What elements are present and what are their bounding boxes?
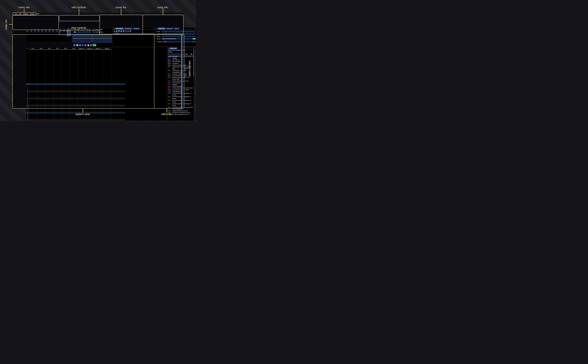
- annotation-volume-meter: volume meter: [188, 60, 191, 77]
- order-cell[interactable]: 00: [51, 30, 55, 32]
- pattern-cell[interactable]: ··· ·· ·· ····: [103, 118, 112, 119]
- pattern-cell[interactable]: ··· ·· ·· ····: [103, 109, 112, 110]
- pattern-cell[interactable]: ··· ·· ·· ····: [45, 119, 53, 120]
- pattern-row[interactable]: 18··· ·· ·· ······· ·· ·· ······· ·· ·· …: [26, 116, 125, 117]
- pattern-cell[interactable]: ··· ·· ·· ····: [45, 118, 53, 119]
- order-cell[interactable]: 00: [40, 30, 44, 32]
- pattern-cell[interactable]: ··· ·· ·· ····: [29, 112, 37, 113]
- pattern-cell[interactable]: ··· ·· ·· ····: [78, 116, 86, 117]
- pattern-cell[interactable]: ··· ·· ·· ····: [70, 109, 78, 110]
- pattern-cell[interactable]: ··· ·· ·· ····: [62, 112, 70, 113]
- order-cell[interactable]: 00: [44, 30, 48, 32]
- order-cell[interactable]: 00: [33, 30, 37, 32]
- pattern-cell[interactable]: ··· ·· ·· ····: [94, 110, 102, 111]
- pattern-cell[interactable]: ··· ·· ·· ····: [37, 112, 45, 113]
- pattern-row[interactable]: 14··· ·· ·· ······· ·· ·· ······· ·· ·· …: [26, 108, 125, 110]
- pattern-cell[interactable]: ··· ·· ·· ····: [37, 114, 45, 115]
- effect-row[interactable]: 17xxToggle PCM mode (LEGACY): [168, 110, 193, 112]
- pattern-cell[interactable]: ··· ·· ·· ····: [78, 118, 86, 119]
- follow-orders-checkbox[interactable]: ✔: [93, 29, 94, 30]
- pattern-cell[interactable]: ··· ·· ·· ····: [86, 118, 94, 119]
- pattern-cell[interactable]: ··· ·· ·· ····: [62, 114, 70, 115]
- annotation-connector: [163, 9, 163, 15]
- annotation-effect-list: effect list: [161, 113, 172, 116]
- pattern-cell[interactable]: ··· ·· ·· ····: [29, 109, 37, 110]
- pattern-cell[interactable]: ··· ·· ·· ····: [29, 119, 37, 120]
- pattern-cell[interactable]: ··· ·· ·· ····: [37, 118, 45, 119]
- pattern-cell[interactable]: ··· ·· ·· ····: [45, 109, 53, 110]
- pattern-row[interactable]: 20··· ·· ·· ······· ·· ·· ······· ·· ·· …: [26, 119, 125, 121]
- order-remove-button[interactable]: −: [69, 28, 71, 30]
- order-add-button[interactable]: +: [67, 28, 69, 30]
- pattern-cell[interactable]: ··· ·· ·· ····: [45, 110, 53, 111]
- order-cell[interactable]: 00: [37, 30, 40, 32]
- pattern-cell[interactable]: ··· ·· ·· ····: [94, 112, 102, 113]
- hamburger-menu-icon[interactable]: ≡: [190, 53, 192, 55]
- pattern-cell[interactable]: ··· ·· ·· ····: [62, 118, 70, 119]
- pattern-row-number: 16: [26, 112, 29, 113]
- pattern-cell[interactable]: ··· ·· ·· ····: [37, 116, 45, 117]
- pattern-cell[interactable]: ··· ·· ·· ····: [62, 110, 70, 111]
- close-icon[interactable]: ×: [195, 28, 196, 29]
- pattern-cell[interactable]: ··· ·· ·· ····: [29, 118, 37, 119]
- tuning-decrease-button[interactable]: -: [192, 41, 194, 42]
- annotation-box-pattern-view: [12, 34, 154, 109]
- pattern-cell[interactable]: ··· ·· ·· ····: [86, 116, 94, 117]
- pattern-cell[interactable]: ··· ·· ·· ····: [53, 109, 62, 110]
- pattern-cell[interactable]: ··· ·· ·· ····: [70, 118, 78, 119]
- pattern-cell[interactable]: ··· ·· ·· ····: [94, 116, 102, 117]
- pattern-cell[interactable]: ··· ·· ·· ····: [45, 112, 53, 113]
- octave-decrease-button[interactable]: -: [87, 29, 88, 30]
- pattern-cell[interactable]: ··· ·· ·· ····: [78, 119, 86, 120]
- octave-increase-button[interactable]: +: [89, 29, 91, 30]
- pattern-row[interactable]: 15··· ·· ·· ······· ·· ·· ······· ·· ·· …: [26, 110, 125, 112]
- pattern-cell[interactable]: ··· ·· ·· ····: [29, 116, 37, 117]
- pattern-cell[interactable]: ··· ·· ·· ····: [62, 119, 70, 120]
- pattern-cell[interactable]: ··· ·· ·· ····: [94, 118, 102, 119]
- pattern-cell[interactable]: ··· ·· ·· ····: [70, 116, 78, 117]
- annotation-connector: [79, 29, 79, 30]
- pattern-cell[interactable]: ··· ·· ·· ····: [103, 112, 112, 113]
- pattern-cell[interactable]: ··· ·· ·· ····: [86, 110, 94, 111]
- pattern-cell[interactable]: ··· ·· ·· ····: [86, 119, 94, 120]
- pattern-cell[interactable]: ··· ·· ·· ····: [103, 114, 112, 115]
- pattern-cell[interactable]: ··· ·· ·· ····: [94, 119, 102, 120]
- pattern-cell[interactable]: ··· ·· ·· ····: [62, 116, 70, 117]
- pattern-cell[interactable]: ··· ·· ·· ····: [37, 119, 45, 120]
- pattern-cell[interactable]: ··· ·· ·· ····: [62, 109, 70, 110]
- order-cell[interactable]: 00: [29, 30, 33, 32]
- pattern-cell[interactable]: ··· ·· ·· ····: [78, 110, 86, 111]
- pattern-cell[interactable]: ··· ·· ·· ····: [37, 109, 45, 110]
- pattern-cell[interactable]: ··· ·· ·· ····: [53, 118, 62, 119]
- pattern-cell[interactable]: ··· ·· ·· ····: [94, 114, 102, 115]
- pattern-cell[interactable]: ··· ·· ·· ····: [53, 116, 62, 117]
- pattern-cell[interactable]: ··· ·· ·· ····: [45, 116, 53, 117]
- order-cell[interactable]: 00: [55, 30, 59, 32]
- system-auto-button[interactable]: Auto: [192, 38, 196, 39]
- pattern-cell[interactable]: ··· ·· ·· ····: [94, 109, 102, 110]
- pattern-cell[interactable]: ··· ·· ·· ····: [103, 119, 112, 120]
- search-label: Search: [185, 53, 188, 55]
- annotation-box-menu-bar: [13, 12, 36, 15]
- pattern-cell[interactable]: ··· ·· ·· ····: [86, 109, 94, 110]
- pattern-cell[interactable]: ··· ·· ·· ····: [103, 116, 112, 117]
- pattern-cell[interactable]: ··· ·· ·· ····: [29, 114, 37, 115]
- effect-code: 17xx: [168, 110, 172, 112]
- pattern-cell[interactable]: ··· ·· ·· ····: [78, 109, 86, 110]
- pattern-cell[interactable]: ··· ·· ·· ····: [53, 110, 62, 111]
- pattern-cell[interactable]: ··· ·· ·· ····: [70, 110, 78, 111]
- pattern-cell[interactable]: ··· ·· ·· ····: [70, 119, 78, 120]
- annotation-box-song-info: [143, 15, 184, 34]
- pattern-cell[interactable]: ··· ·· ·· ····: [53, 112, 62, 113]
- pattern-cell[interactable]: ··· ·· ·· ····: [29, 110, 37, 111]
- scrollbar-thumb[interactable]: [193, 50, 194, 76]
- pattern-cell[interactable]: ··· ·· ·· ····: [53, 119, 62, 120]
- pattern-cell[interactable]: ··· ·· ·· ····: [45, 114, 53, 115]
- tuning-increase-button[interactable]: +: [194, 41, 196, 42]
- close-icon[interactable]: ×: [193, 48, 194, 49]
- pattern-cell[interactable]: ··· ·· ·· ····: [103, 110, 112, 111]
- pattern-row[interactable]: 19··· ·· ·· ······· ·· ·· ······· ·· ·· …: [26, 117, 125, 119]
- pattern-cell[interactable]: ··· ·· ·· ····: [53, 114, 62, 115]
- pattern-cell[interactable]: ··· ·· ·· ····: [37, 110, 45, 111]
- order-cell[interactable]: 00: [48, 30, 51, 32]
